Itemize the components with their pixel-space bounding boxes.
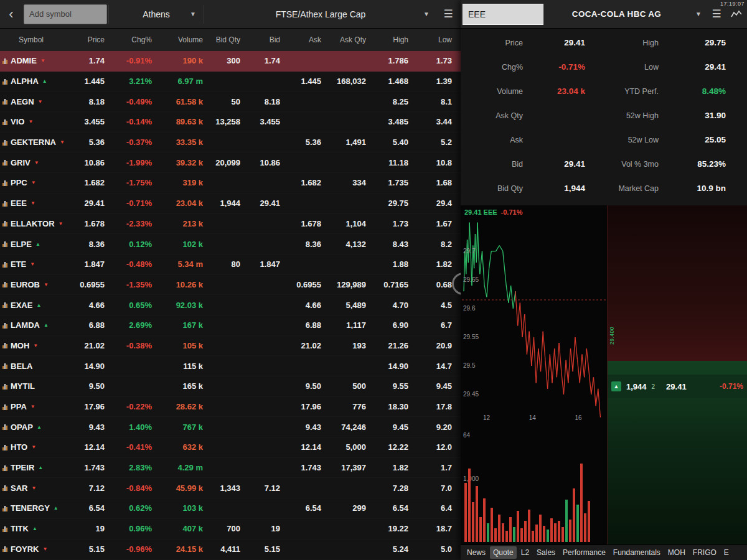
chevron-down-icon: ▼ bbox=[190, 11, 196, 17]
volume-bar bbox=[550, 518, 553, 542]
cell-volume: 23.04 k bbox=[157, 198, 208, 208]
cell-volume: 319 k bbox=[157, 178, 208, 187]
watchlist-select[interactable]: FTSE/Athex Large Cap ▼ bbox=[205, 0, 436, 28]
back-button[interactable]: ‹ bbox=[0, 0, 22, 28]
volume-bar bbox=[479, 517, 482, 542]
table-row-eee[interactable]: EEE▼29.41-0.71%23.04 k1,94429.4129.7529.… bbox=[0, 194, 476, 214]
cell-low: 1.68 bbox=[413, 178, 457, 187]
symbol-cell: HTO▼ bbox=[0, 442, 68, 452]
column-header-ask[interactable]: Ask bbox=[285, 35, 326, 44]
column-header-chg[interactable]: Chg% bbox=[110, 35, 157, 44]
cell-ask: 6.54 bbox=[285, 503, 326, 513]
cell-bid: 29.41 bbox=[245, 198, 285, 208]
table-row-titk[interactable]: TITK▲190.96%407 k7001919.2218.7 bbox=[0, 519, 476, 539]
quote-label: Volume bbox=[467, 87, 523, 96]
table-row-vio[interactable]: VIO▼3.455-0.14%89.63 k13,2583.4553.4853.… bbox=[0, 112, 476, 133]
table-row-ellaktor[interactable]: ELLAKTOR▼1.678-2.33%213 k1.6781,1041.731… bbox=[0, 214, 476, 235]
table-row-aegn[interactable]: AEGN▼8.18-0.49%61.58 k508.188.258.1 bbox=[0, 91, 476, 112]
table-row-sar[interactable]: SAR▼7.12-0.84%45.99 k1,3437.127.287.0 bbox=[0, 478, 476, 498]
table-row-tenergy[interactable]: TENERGY▲6.540.62%103 k6.542996.546.4 bbox=[0, 498, 476, 519]
table-row-mytil[interactable]: MYTIL9.50165 k9.505009.559.45 bbox=[0, 376, 476, 397]
up-arrow-icon: ▲ bbox=[32, 526, 37, 531]
table-row-moh[interactable]: MOH▼21.02-0.38%105 k21.0219321.2620.9 bbox=[0, 336, 476, 357]
table-row-gekterna[interactable]: GEKTERNA▼5.36-0.37%33.35 k5.361,4915.405… bbox=[0, 133, 476, 153]
table-row-griv[interactable]: GRIV▼10.86-1.99%39.32 k20,09910.8611.181… bbox=[0, 152, 476, 173]
instrument-icon bbox=[2, 322, 7, 329]
symbol-search-input[interactable] bbox=[463, 4, 543, 25]
quote-value: 29.41 bbox=[659, 62, 747, 72]
table-row-opap[interactable]: OPAP▲9.431.40%767 k9.4374,2469.459.20 bbox=[0, 417, 476, 437]
quote-label: Bid Qty bbox=[467, 184, 523, 193]
cell-bid-qty: 13,258 bbox=[208, 117, 245, 126]
table-row-tpeir[interactable]: TPEIR▲1.7432.83%4.29 m1.74317,3971.821.7 bbox=[0, 458, 476, 478]
table-row-lamda[interactable]: LAMDA▲6.882.69%167 k6.881,1176.906.7 bbox=[0, 315, 476, 336]
tab-l2[interactable]: L2 bbox=[518, 546, 532, 559]
tab-sales[interactable]: Sales bbox=[533, 546, 558, 559]
cell-bid: 7.12 bbox=[245, 483, 285, 493]
table-row-foyrk[interactable]: FOYRK▼5.15-0.96%24.15 k4,4115.155.245.0 bbox=[0, 539, 476, 560]
tab-fundamentals[interactable]: Fundamentals bbox=[610, 546, 664, 559]
down-arrow-icon: ▼ bbox=[33, 343, 38, 348]
down-arrow-icon: ▼ bbox=[31, 485, 36, 491]
column-header-low[interactable]: Low bbox=[413, 35, 457, 44]
cell-low: 5.0 bbox=[413, 544, 457, 554]
chart-legend: 29.41 EEE-0.71% bbox=[464, 208, 522, 216]
symbol-label: PPA bbox=[11, 402, 27, 411]
tab-news[interactable]: News bbox=[464, 546, 489, 559]
volume-bar bbox=[535, 525, 538, 542]
table-row-elpe[interactable]: ELPE▲8.360.12%102 k8.364,1328.438.2 bbox=[0, 234, 476, 254]
cell-ask-qty: 334 bbox=[326, 178, 371, 187]
menu-icon[interactable]: ☰ bbox=[436, 7, 461, 21]
tab-performance[interactable]: Performance bbox=[560, 546, 609, 559]
table-row-ete[interactable]: ETE▼1.847-0.48%5.34 m801.8471.881.82 bbox=[0, 254, 476, 275]
cell-chg: -0.14% bbox=[110, 117, 157, 126]
table-row-hto[interactable]: HTO▼12.14-0.41%632 k12.145,00012.2212.0 bbox=[0, 437, 476, 458]
table-row-ppa[interactable]: PPA▼17.96-0.22%28.62 k17.9677618.3017.8 bbox=[0, 397, 476, 418]
table-row-exae[interactable]: EXAE▲4.660.65%92.03 k4.665,4894.704.5 bbox=[0, 295, 476, 315]
table-row-admie[interactable]: ADMIE▼1.74-0.91%190 k3001.741.7861.73 bbox=[0, 51, 476, 72]
cell-chg: 0.65% bbox=[110, 301, 157, 310]
tab-e[interactable]: E bbox=[721, 546, 732, 559]
column-header-ask-qty[interactable]: Ask Qty bbox=[326, 35, 371, 44]
table-row-ppc[interactable]: PPC▼1.682-1.75%319 k1.6823341.7351.68 bbox=[0, 173, 476, 194]
column-header-symbol[interactable]: Symbol bbox=[0, 35, 68, 44]
quote-label: Market Cap bbox=[610, 184, 659, 193]
chart-icon[interactable] bbox=[726, 10, 747, 19]
cell-volume: 115 k bbox=[157, 362, 208, 371]
cell-volume: 33.35 k bbox=[157, 138, 208, 147]
market-select[interactable]: Athens ▼ bbox=[110, 0, 202, 28]
quote-label: Vol % 3mo bbox=[610, 160, 659, 169]
column-header-bid-qty[interactable]: Bid Qty bbox=[208, 35, 245, 44]
intraday-price-chart[interactable]: 29.41 EEE-0.71% 29.729.6529.629.5529.529… bbox=[461, 205, 607, 423]
table-row-eurob[interactable]: EUROB▼0.6955-1.35%10.26 k0.6955129,9890.… bbox=[0, 275, 476, 296]
column-header-volume[interactable]: Volume bbox=[157, 35, 208, 44]
table-row-bela[interactable]: BELA14.90115 k14.9014.7 bbox=[0, 356, 476, 376]
down-arrow-icon: ▼ bbox=[59, 221, 63, 226]
divider bbox=[204, 5, 204, 24]
quote-value: 29.75 bbox=[659, 38, 747, 47]
chevron-down-icon[interactable]: ▼ bbox=[690, 11, 707, 17]
tab-moh[interactable]: MOH bbox=[665, 546, 688, 559]
cell-volume: 102 k bbox=[157, 240, 208, 249]
column-header-bid[interactable]: Bid bbox=[245, 35, 285, 44]
table-row-alpha[interactable]: ALPHA▲1.4453.21%6.97 m1.445168,0321.4681… bbox=[0, 72, 476, 92]
menu-icon[interactable]: ☰ bbox=[707, 7, 726, 21]
volume-bar bbox=[584, 513, 586, 542]
symbol-label: ADMIE bbox=[11, 56, 37, 65]
symbol-label: TPEIR bbox=[11, 463, 34, 472]
instrument-icon bbox=[2, 546, 7, 552]
column-header-high[interactable]: High bbox=[371, 35, 413, 44]
symbol-label: ALPHA bbox=[11, 77, 39, 86]
quote-row-price: Price29.41 bbox=[461, 30, 604, 55]
tab-quote[interactable]: Quote bbox=[490, 546, 517, 559]
add-symbol-input[interactable] bbox=[24, 4, 107, 24]
tab-frigo[interactable]: FRIGO bbox=[690, 546, 720, 559]
cell-high: 29.75 bbox=[371, 198, 413, 208]
cell-bid-qty: 1,944 bbox=[208, 198, 245, 208]
instrument-icon bbox=[2, 424, 7, 430]
column-header-price[interactable]: Price bbox=[68, 35, 110, 44]
cell-ask-qty: 74,246 bbox=[326, 422, 371, 432]
quote-row-volume: Volume23.04 k bbox=[461, 79, 604, 103]
cell-ask-qty: 129,989 bbox=[326, 280, 371, 289]
cell-volume: 407 k bbox=[157, 524, 208, 533]
